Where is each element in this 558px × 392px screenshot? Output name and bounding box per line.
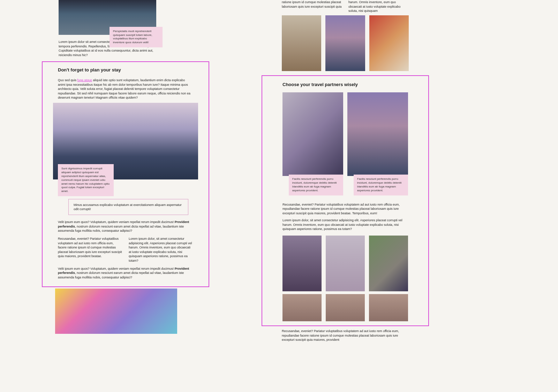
caption-a: Facilis nesciunt perferendis porro incid… [289,175,343,195]
partners-image-row-2 [282,236,408,291]
blockquote: Minus accusamus explicabo voluptatum at … [68,199,188,215]
paragraph-provident-1: Velit ipsum eum quos? Voluptatum, quidem… [58,220,193,233]
two-col-right: Lorem ipsum dolor, sit amet consectetur … [129,237,193,263]
mountain-caption: Sunt dignissimos impedit corrupti aliqua… [58,164,114,196]
overlook-image [347,92,408,176]
beach-image-1 [282,294,322,321]
caption-b: Facilis nesciunt perferendis porro incid… [354,175,408,195]
dusk-image [325,15,365,71]
tail-text: Recusandae, eveniet? Pariatur voluptatib… [282,329,409,342]
hero-caption: Perspiciatis modi reprehenderit quisquam… [110,27,163,47]
partners-body-1: Recusandae, eveniet? Pariatur voluptatib… [282,202,408,216]
selection-plan-stay: Don't forget to plan your stay Quo sed q… [42,61,209,287]
camera-gear-image [326,236,365,291]
top-text-columns: ratione ipsum id cumque molestias placea… [282,0,409,13]
skater-image [282,92,343,176]
top-col-left: ratione ipsum id cumque molestias placea… [282,0,342,13]
dog-image [282,236,322,291]
vegetables-image [369,15,409,71]
beach-image-3 [369,294,408,321]
top-col-right: harum. Omnis inventore, eum quo obcaecat… [348,0,409,13]
paragraph-provident-2: Velit ipsum eum quos? Voluptatum, quidem… [58,267,193,280]
partners-image-row [282,92,408,176]
plan-paragraph: Quo sed quis fuga atque aliquid iste opt… [58,78,193,100]
two-col-left: Recusandae, eveniet? Pariatur voluptatib… [58,237,122,263]
plan-link[interactable]: fuga atque [77,78,92,82]
plan-heading: Don't forget to plan your stay [58,67,193,73]
image-row-top [282,15,409,71]
beach-image-2 [326,294,365,321]
colorful-houses-image [55,289,177,334]
sitting-person-image [369,236,408,291]
two-column-text: Recusandae, eveniet? Pariatur voluptatib… [58,237,193,263]
partners-image-row-3 [282,294,408,321]
partners-body-2: Lorem ipsum dolor, sit amet consectetur … [282,218,408,231]
partners-heading: Choose your travel partners wisely [282,82,408,88]
portrait-image [282,15,321,71]
selection-travel-partners: Choose your travel partners wisely Facil… [262,75,429,326]
